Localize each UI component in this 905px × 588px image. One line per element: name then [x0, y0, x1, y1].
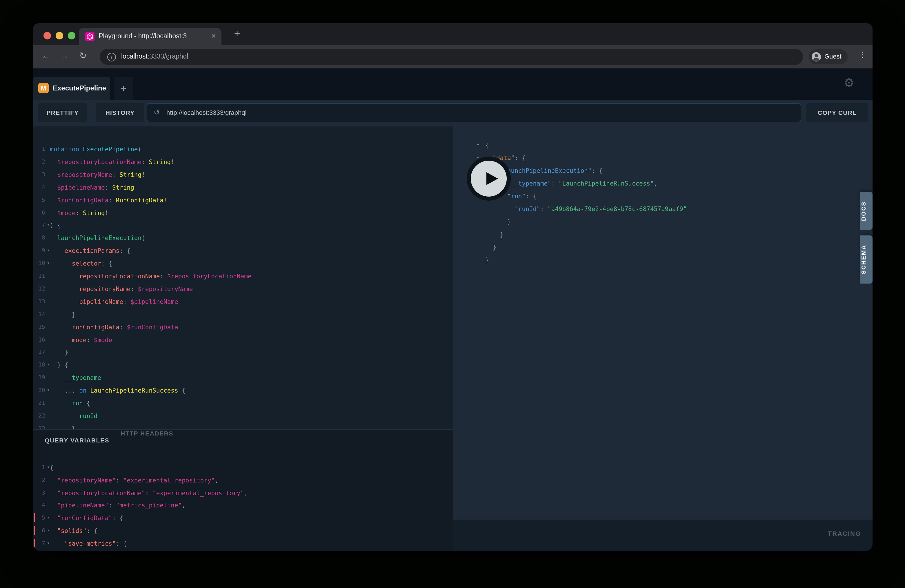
collapse-arrow-icon[interactable]: ▾ [476, 138, 479, 151]
line-number: 2 [33, 156, 45, 168]
line-number: 5 [33, 193, 45, 206]
code-line: ▾{ [453, 138, 873, 151]
line-number: 11 [33, 270, 45, 283]
code-line: 6 $mode: String! [33, 206, 453, 219]
line-number: 13 [33, 295, 45, 308]
tracing-label: TRACING [828, 530, 861, 537]
line-number: 6 [33, 524, 45, 537]
url-text: localhost:3333/graphql [121, 53, 188, 60]
code-line: 18▾ ) { [33, 359, 453, 372]
line-number: 16 [33, 333, 45, 346]
line-number: 1 [33, 461, 45, 474]
code-line: 13 pipelineName: $pipelineName [33, 295, 453, 308]
variables-panel: QUERY VARIABLES HTTP HEADERS 1▾{2 "repos… [33, 429, 453, 551]
browser-window: Playground - http://localhost:3 ✕ + ← → … [33, 23, 873, 551]
forward-icon[interactable]: → [58, 51, 71, 60]
line-number: 7 [33, 219, 45, 232]
reload-icon[interactable]: ↻ [76, 51, 89, 61]
code-line: 7▾) { [33, 219, 453, 232]
line-number: 4 [33, 499, 45, 512]
code-line: 16 mode: $mode [33, 333, 453, 346]
code-line: 17 } [33, 346, 453, 359]
code-line: 11 repositoryLocationName: $repositoryLo… [33, 270, 453, 283]
browser-menu-icon[interactable]: ⋮ [859, 50, 867, 59]
line-number: 21 [33, 397, 45, 409]
code-line: "__typename": "LaunchPipelineRunSuccess"… [453, 177, 873, 190]
playground-tab-executepipeline[interactable]: M ExecutePipeline ✕ [33, 77, 110, 100]
minimize-window-button[interactable] [56, 32, 63, 40]
query-editor[interactable]: 1mutation ExecutePipeline(2 $repositoryL… [33, 126, 453, 429]
code-line: 6▾ "solids": { [33, 524, 453, 537]
browser-tab[interactable]: Playground - http://localhost:3 ✕ [79, 28, 221, 45]
line-number: 12 [33, 283, 45, 295]
endpoint-input[interactable]: ↺ http://localhost:3333/graphql [147, 103, 801, 122]
browser-toolbar: ← → ↻ i localhost:3333/graphql Guest ⋮ [33, 45, 873, 68]
graphql-favicon-icon [85, 32, 95, 41]
profile-chip[interactable]: Guest [809, 49, 848, 64]
profile-name: Guest [824, 53, 841, 60]
tab-close-icon[interactable]: ✕ [211, 32, 216, 40]
code-line: 4 "pipelineName": "metrics_pipeline", [33, 499, 453, 512]
line-number: 8 [33, 232, 45, 245]
code-line: 7▾ "save_metrics": { [33, 537, 453, 550]
code-line: 15 runConfigData: $runConfigData [33, 320, 453, 333]
browser-tabstrip: Playground - http://localhost:3 ✕ + [33, 23, 873, 45]
execute-button[interactable] [467, 157, 511, 201]
address-bar[interactable]: i localhost:3333/graphql [100, 49, 803, 65]
code-line: } [453, 253, 873, 266]
line-number: 3 [33, 486, 45, 499]
settings-gear-icon[interactable]: ⚙ [843, 76, 854, 90]
line-number: 14 [33, 308, 45, 320]
code-line: 3 $repositoryName: String! [33, 168, 453, 181]
screen: Playground - http://localhost:3 ✕ + ← → … [0, 0, 905, 588]
line-number: 23 [33, 422, 45, 429]
line-number: 7 [33, 537, 45, 550]
code-line: 9▾ executionParams: { [33, 244, 453, 257]
tab-http-headers[interactable]: HTTP HEADERS [121, 430, 173, 437]
line-number: 17 [33, 346, 45, 359]
code-line: 12 repositoryName: $repositoryName [33, 283, 453, 295]
line-number: 4 [33, 181, 45, 193]
code-line: ▾ "launchPipelineExecution": { [453, 164, 873, 177]
line-number: 9 [33, 244, 45, 257]
code-line: 1▾{ [33, 461, 453, 474]
docs-sidetab[interactable]: DOCS [861, 192, 873, 230]
play-icon [486, 172, 498, 185]
tracing-bar[interactable]: TRACING [453, 520, 873, 551]
line-number: 10 [33, 257, 45, 270]
code-line: 8 launchPipelineExecution( [33, 232, 453, 245]
code-line: 23 } [33, 422, 453, 429]
code-line: } [453, 241, 873, 253]
code-line: } [453, 215, 873, 228]
history-button[interactable]: HISTORY [96, 103, 144, 122]
code-line: 20▾ ... on LaunchPipelineRunSuccess { [33, 384, 453, 397]
playground-new-tab-button[interactable]: + [114, 77, 133, 100]
mutation-badge: M [38, 83, 49, 93]
code-line: "run": { [453, 190, 873, 202]
close-window-button[interactable] [43, 32, 51, 40]
line-number: 19 [33, 371, 45, 384]
zoom-window-button[interactable] [68, 32, 75, 40]
code-line: 3 "repositoryLocationName": "experimenta… [33, 486, 453, 499]
copy-curl-button[interactable]: COPY CURL [807, 103, 868, 122]
line-number: 1 [33, 143, 45, 156]
new-tab-button[interactable]: + [229, 25, 245, 42]
code-line: 4 $pipelineName: String! [33, 181, 453, 193]
execute-button-circle [471, 161, 507, 197]
site-info-icon[interactable]: i [107, 53, 116, 62]
back-icon[interactable]: ← [40, 51, 52, 60]
code-line: 1mutation ExecutePipeline( [33, 143, 453, 156]
line-number: 20 [33, 384, 45, 397]
line-number: 2 [33, 474, 45, 486]
line-number: 5 [33, 512, 45, 524]
schema-sidetab[interactable]: SCHEMA [861, 235, 873, 284]
code-line: 14 } [33, 308, 453, 320]
code-line: 10▾ selector: { [33, 257, 453, 270]
code-line: 19 __typename [33, 371, 453, 384]
line-number: 3 [33, 168, 45, 181]
playground-tabbar: M ExecutePipeline ✕ + ⚙ [33, 68, 873, 100]
response-viewer: ▾{▾ "data": {▾ "launchPipelineExecution"… [453, 126, 873, 520]
tab-query-variables[interactable]: QUERY VARIABLES [44, 437, 109, 443]
endpoint-reset-icon[interactable]: ↺ [154, 108, 160, 116]
prettify-button[interactable]: PRETTIFY [38, 103, 87, 122]
